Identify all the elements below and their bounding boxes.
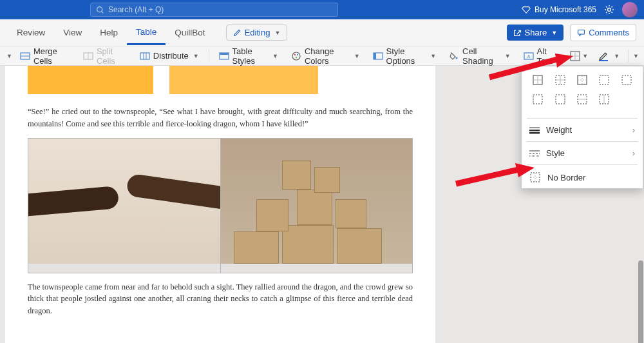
svg-line-56 bbox=[489, 59, 557, 77]
separator bbox=[527, 118, 638, 119]
buy-microsoft-button[interactable]: Buy Microsoft 365 bbox=[522, 5, 596, 14]
distribute-button[interactable]: Distribute ▼ bbox=[135, 49, 204, 63]
border-left-icon[interactable] bbox=[531, 92, 545, 106]
svg-rect-39 bbox=[533, 95, 542, 104]
svg-marker-57 bbox=[555, 54, 573, 68]
search-input[interactable]: Search (Alt + Q) bbox=[90, 3, 338, 17]
svg-rect-35 bbox=[600, 75, 609, 84]
border-right-icon[interactable] bbox=[553, 92, 567, 106]
table-cell[interactable] bbox=[221, 139, 413, 273]
merge-cells-icon bbox=[20, 51, 30, 61]
tab-view[interactable]: View bbox=[54, 21, 91, 44]
chevron-down-icon: ▼ bbox=[354, 53, 360, 59]
diamond-icon bbox=[522, 5, 531, 14]
ribbon-tabs: Review View Help Table QuillBot Editing … bbox=[0, 19, 644, 46]
svg-rect-3 bbox=[578, 30, 585, 34]
search-placeholder: Search (Alt + Q) bbox=[108, 5, 164, 14]
bucket-icon bbox=[449, 51, 459, 61]
draw-table-button[interactable]: ▼ bbox=[592, 48, 625, 64]
annotation-arrow bbox=[483, 52, 580, 84]
svg-point-15 bbox=[297, 54, 298, 55]
avatar[interactable] bbox=[622, 2, 638, 17]
chevron-down-icon[interactable]: ▼ bbox=[6, 53, 12, 59]
chevron-down-icon: ▼ bbox=[274, 30, 280, 36]
palette-icon bbox=[291, 51, 301, 61]
chevron-down-icon: ▼ bbox=[272, 53, 278, 59]
split-cells-icon bbox=[83, 51, 93, 61]
svg-rect-37 bbox=[622, 75, 631, 84]
tab-table[interactable]: Table bbox=[127, 21, 166, 45]
svg-point-2 bbox=[608, 8, 611, 12]
border-inside-v-icon[interactable] bbox=[597, 92, 611, 106]
tab-quillbot[interactable]: QuillBot bbox=[166, 21, 214, 44]
separator bbox=[209, 50, 209, 63]
svg-rect-41 bbox=[556, 95, 565, 104]
paragraph[interactable]: The townspeople came from near and far t… bbox=[28, 281, 413, 317]
chevron-down-icon: ▼ bbox=[582, 53, 588, 59]
svg-line-1 bbox=[102, 11, 103, 12]
chevron-down-icon: ▼ bbox=[614, 53, 620, 59]
chevron-down-icon[interactable]: ▼ bbox=[633, 53, 639, 59]
svg-point-14 bbox=[294, 54, 296, 55]
comment-icon bbox=[577, 28, 585, 37]
table-row bbox=[28, 66, 413, 94]
svg-rect-8 bbox=[140, 53, 149, 59]
merge-cells-button[interactable]: Merge Cells bbox=[15, 44, 75, 68]
title-bar: Search (Alt + Q) Buy Microsoft 365 bbox=[0, 0, 644, 19]
chevron-down-icon: ▼ bbox=[193, 53, 199, 59]
paragraph[interactable]: “See!” he cried out to the townspeople, … bbox=[28, 106, 413, 130]
change-colors-button[interactable]: Change Colors ▼ bbox=[286, 44, 365, 68]
table-cell[interactable] bbox=[28, 66, 153, 94]
border-inside-h-icon[interactable] bbox=[575, 92, 589, 106]
weight-icon bbox=[529, 126, 540, 134]
svg-rect-18 bbox=[374, 53, 376, 59]
comments-button[interactable]: Comments bbox=[570, 24, 636, 41]
style-options-button[interactable]: Style Options ▼ bbox=[368, 44, 442, 68]
pencil-icon bbox=[233, 28, 242, 37]
separator bbox=[527, 164, 638, 165]
separator bbox=[628, 50, 629, 63]
tab-help[interactable]: Help bbox=[91, 21, 127, 44]
annotation-arrow bbox=[451, 158, 541, 190]
chevron-right-icon: › bbox=[632, 125, 635, 135]
document-page[interactable]: “See!” he cried out to the townspeople, … bbox=[5, 66, 435, 343]
share-button[interactable]: Share ▼ bbox=[507, 24, 564, 41]
chevron-right-icon: › bbox=[632, 148, 635, 158]
table-row bbox=[28, 138, 413, 273]
chevron-down-icon: ▼ bbox=[551, 30, 557, 36]
share-icon bbox=[513, 28, 522, 37]
table-cell[interactable] bbox=[169, 66, 318, 94]
svg-rect-12 bbox=[220, 53, 229, 55]
split-cells-button: Split Cells bbox=[78, 44, 132, 68]
settings-button[interactable] bbox=[604, 5, 614, 15]
svg-marker-59 bbox=[515, 163, 535, 177]
table-styles-icon bbox=[219, 51, 229, 61]
boxes-image bbox=[221, 139, 413, 273]
search-icon bbox=[96, 6, 104, 14]
weight-menu-item[interactable]: Weight › bbox=[522, 120, 643, 140]
hands-image bbox=[28, 139, 220, 273]
svg-point-13 bbox=[292, 52, 300, 60]
border-bottom-icon[interactable] bbox=[620, 73, 634, 87]
border-option-icon bbox=[620, 92, 634, 106]
gear-icon bbox=[604, 5, 614, 15]
svg-line-58 bbox=[456, 170, 518, 184]
separator bbox=[527, 141, 638, 142]
chevron-down-icon: ▼ bbox=[430, 53, 436, 59]
style-options-icon bbox=[373, 51, 383, 61]
tab-review[interactable]: Review bbox=[8, 21, 54, 44]
border-top-icon[interactable] bbox=[597, 73, 611, 87]
distribute-icon bbox=[140, 51, 150, 61]
table-cell[interactable] bbox=[28, 139, 221, 273]
style-icon bbox=[529, 150, 540, 157]
svg-point-0 bbox=[97, 6, 102, 12]
pen-border-icon bbox=[598, 50, 609, 62]
svg-point-19 bbox=[456, 57, 458, 59]
svg-point-16 bbox=[296, 56, 297, 57]
table-styles-button[interactable]: Table Styles ▼ bbox=[214, 44, 283, 68]
editing-mode-button[interactable]: Editing ▼ bbox=[226, 24, 288, 41]
scrollbar-thumb[interactable] bbox=[638, 260, 643, 343]
